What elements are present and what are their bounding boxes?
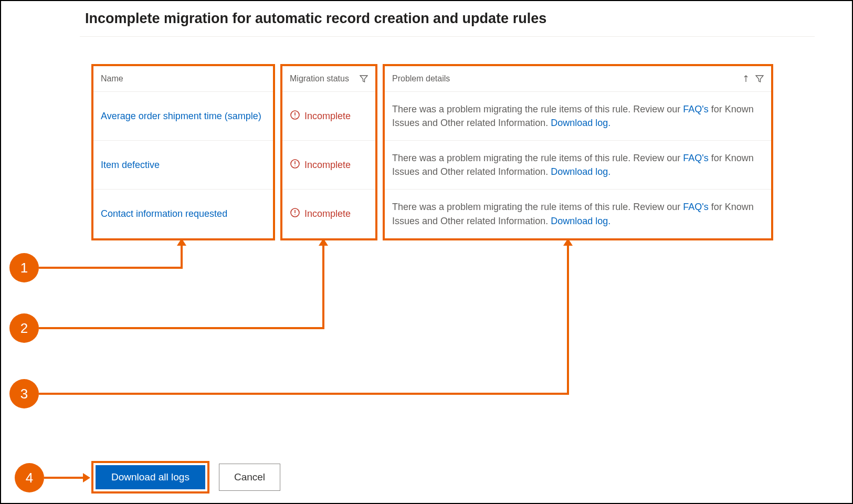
status-text: Incomplete — [304, 111, 351, 122]
annotation-line — [181, 245, 183, 269]
error-icon — [290, 110, 300, 123]
filter-icon[interactable] — [755, 75, 764, 83]
cancel-button[interactable]: Cancel — [219, 464, 280, 491]
page-title: Incomplete migration for automatic recor… — [85, 10, 852, 27]
error-icon — [290, 159, 300, 172]
column-header-name[interactable]: Name — [93, 66, 273, 92]
annotation-line — [567, 245, 569, 395]
rule-name-link[interactable]: Item defective — [101, 160, 160, 171]
table-row: Average order shipment time (sample) — [93, 92, 273, 141]
column-name: Name Average order shipment time (sample… — [91, 64, 275, 240]
annotation-badge: 2 — [9, 313, 39, 343]
problem-details-text: There was a problem migrating the rule i… — [392, 200, 764, 227]
table-row: There was a problem migrating the rule i… — [385, 92, 771, 141]
annotation-line — [39, 393, 569, 395]
migration-table: Name Average order shipment time (sample… — [91, 64, 773, 240]
table-row: There was a problem migrating the rule i… — [385, 190, 771, 238]
button-bar: Download all logs Cancel — [91, 461, 280, 494]
download-log-link[interactable]: Download log. — [551, 216, 610, 226]
rule-name-link[interactable]: Average order shipment time (sample) — [101, 111, 261, 122]
table-row: Incomplete — [282, 92, 375, 141]
annotation-highlight: Download all logs — [91, 461, 209, 494]
error-icon — [290, 207, 300, 220]
annotation-line — [39, 327, 324, 329]
problem-details-text: There was a problem migrating the rule i… — [392, 102, 764, 130]
table-row: Item defective — [93, 141, 273, 190]
table-row: Incomplete — [282, 141, 375, 190]
annotation-line — [44, 477, 84, 479]
download-log-link[interactable]: Download log. — [551, 166, 610, 177]
faq-link[interactable]: FAQ's — [683, 104, 708, 114]
faq-link[interactable]: FAQ's — [683, 153, 708, 163]
column-details: Problem details There was a problem migr… — [383, 64, 773, 240]
column-header-status[interactable]: Migration status — [282, 66, 375, 92]
faq-link[interactable]: FAQ's — [683, 202, 708, 212]
status-badge: Incomplete — [290, 159, 351, 172]
download-log-link[interactable]: Download log. — [551, 118, 610, 128]
annotation-arrowhead-icon — [563, 238, 573, 246]
annotation-line — [39, 267, 183, 269]
svg-point-5 — [294, 165, 296, 166]
table-row: Incomplete — [282, 190, 375, 238]
status-text: Incomplete — [304, 208, 351, 219]
column-header-status-label: Migration status — [290, 74, 349, 83]
annotation-arrowhead-icon — [319, 238, 328, 246]
column-header-details[interactable]: Problem details — [385, 66, 771, 92]
column-status: Migration status Incomplete — [280, 64, 377, 240]
sort-icon[interactable] — [742, 75, 750, 83]
column-header-name-label: Name — [101, 74, 123, 83]
download-all-logs-button[interactable]: Download all logs — [96, 465, 205, 489]
annotation-line — [322, 245, 324, 329]
annotation-arrowhead-icon — [83, 473, 90, 482]
table-row: There was a problem migrating the rule i… — [385, 141, 771, 190]
svg-point-8 — [294, 214, 296, 215]
column-header-details-label: Problem details — [392, 74, 450, 83]
divider — [80, 36, 815, 37]
table-row: Contact information requested — [93, 190, 273, 238]
svg-point-2 — [294, 117, 296, 118]
status-badge: Incomplete — [290, 207, 351, 220]
annotation-badge: 4 — [15, 463, 44, 492]
annotation-badge: 3 — [9, 379, 39, 408]
filter-icon[interactable] — [360, 75, 368, 83]
problem-details-text: There was a problem migrating the rule i… — [392, 151, 764, 178]
annotation-arrowhead-icon — [177, 238, 186, 246]
status-text: Incomplete — [304, 160, 351, 171]
rule-name-link[interactable]: Contact information requested — [101, 208, 227, 219]
status-badge: Incomplete — [290, 110, 351, 123]
annotation-badge: 1 — [9, 253, 39, 282]
